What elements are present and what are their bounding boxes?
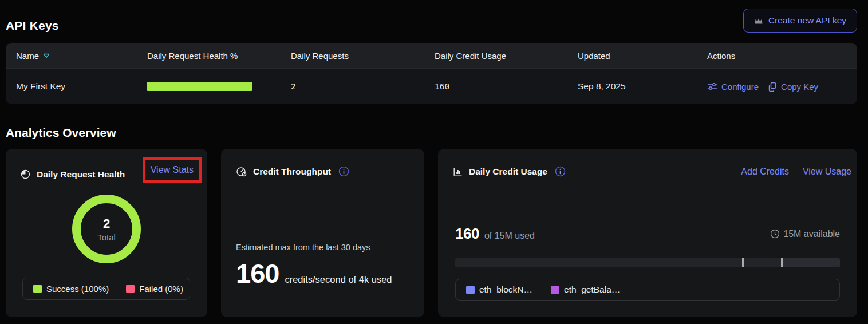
progress-segment-right xyxy=(781,258,840,267)
daily-credit-usage-card: Daily Credit Usage Add Credits View Usag… xyxy=(438,149,857,317)
daily-request-health-card: Daily Request Health View Stats 2 Total xyxy=(6,149,207,317)
actions-cell: Configure Copy Key xyxy=(707,82,857,92)
daily-credit-usage-cell: 160 xyxy=(435,82,578,91)
analytics-section-title: Analytics Overview xyxy=(6,126,857,140)
page-title: API Keys xyxy=(6,19,59,33)
drh-card-title: Daily Request Health xyxy=(37,169,125,180)
ct-card-title: Credit Throughput xyxy=(253,167,331,177)
create-api-key-button[interactable]: Create new API key xyxy=(743,9,857,33)
table-header-row: Name Daily Request Health % Daily Reques… xyxy=(6,43,857,68)
top-header: API Keys Create new API key xyxy=(6,9,857,33)
eth-getbalance-swatch xyxy=(551,286,559,294)
donut-total-label: Total xyxy=(97,232,116,242)
legend-item-eth-getbalance: eth_getBala… xyxy=(551,285,620,295)
pie-chart-icon xyxy=(21,169,30,179)
gauge-icon xyxy=(236,167,247,177)
view-usage-link[interactable]: View Usage xyxy=(803,167,851,177)
sliders-icon xyxy=(707,82,717,91)
copy-key-link[interactable]: Copy Key xyxy=(768,82,818,92)
legend-item-eth-blocknumber: eth_blockN… xyxy=(466,285,532,295)
health-legend: Success (100%) Failed (0%) xyxy=(22,278,190,300)
failed-label: Failed (0%) xyxy=(139,284,183,294)
success-label: Success (100%) xyxy=(46,284,109,294)
dcu-card-header: Daily Credit Usage Add Credits View Usag… xyxy=(453,157,851,177)
column-header-health: Daily Request Health % xyxy=(147,51,291,61)
drh-title-wrap: Daily Request Health xyxy=(21,169,125,180)
column-header-requests: Daily Requests xyxy=(291,51,435,61)
dashboard-page: API Keys Create new API key Name Daily R… xyxy=(0,9,868,317)
ct-card-header: Credit Throughput xyxy=(236,157,419,177)
legend-item-success: Success (100%) xyxy=(33,284,109,294)
credit-throughput-card: Credit Throughput Estimated max from the… xyxy=(221,149,424,317)
credit-usage-progress-bar xyxy=(455,258,840,267)
table-row: My First Key 2 160 Sep 8, 2025 Configure xyxy=(6,68,857,104)
copy-icon xyxy=(768,82,777,92)
available-label: 15M available xyxy=(783,229,840,239)
health-bar xyxy=(147,82,252,91)
column-header-updated: Updated xyxy=(578,51,707,61)
available-wrap: 15M available xyxy=(770,229,840,239)
create-api-key-label: Create new API key xyxy=(768,15,846,26)
add-credits-link[interactable]: Add Credits xyxy=(741,167,789,177)
ct-body: Estimated max from the last 30 days 160 … xyxy=(236,243,413,287)
column-header-actions: Actions xyxy=(707,51,857,61)
progress-tick xyxy=(742,258,744,267)
view-stats-link[interactable]: View Stats xyxy=(151,165,194,175)
column-header-credit-usage: Daily Credit Usage xyxy=(435,51,578,61)
usage-used: 160 of 15M used xyxy=(455,225,535,243)
eth-blocknumber-label: eth_blockN… xyxy=(479,285,532,295)
crown-icon xyxy=(754,17,763,25)
donut-center: 2 Total xyxy=(72,194,141,264)
sort-descending-icon[interactable] xyxy=(43,53,50,58)
daily-requests-cell: 2 xyxy=(291,82,435,91)
copy-key-label: Copy Key xyxy=(781,82,818,92)
info-icon[interactable] xyxy=(338,166,349,177)
key-name-cell: My First Key xyxy=(16,81,147,92)
progress-tick xyxy=(781,258,783,267)
ct-title-wrap: Credit Throughput xyxy=(236,166,349,177)
used-value: 160 xyxy=(455,225,479,243)
ct-value-row: 160 credits/second of 4k used xyxy=(236,260,413,287)
updated-cell: Sep 8, 2025 xyxy=(578,81,707,92)
api-keys-table: Name Daily Request Health % Daily Reques… xyxy=(6,43,857,104)
column-header-name[interactable]: Name xyxy=(16,51,147,61)
configure-label: Configure xyxy=(721,82,759,92)
success-swatch xyxy=(33,285,42,293)
usage-legend: eth_blockN… eth_getBala… xyxy=(455,279,840,301)
throughput-value: 160 xyxy=(236,260,279,287)
ct-subtitle: Estimated max from the last 30 days xyxy=(236,243,413,252)
dcu-title-wrap: Daily Credit Usage xyxy=(453,166,566,177)
used-suffix: of 15M used xyxy=(484,231,535,241)
configure-link[interactable]: Configure xyxy=(707,82,759,92)
throughput-suffix: credits/second of 4k used xyxy=(285,274,392,285)
drh-card-header: Daily Request Health View Stats xyxy=(21,157,202,183)
annotation-highlight-box: View Stats xyxy=(143,157,202,183)
bar-chart-icon xyxy=(453,167,463,176)
dcu-card-title: Daily Credit Usage xyxy=(469,167,547,177)
legend-item-failed: Failed (0%) xyxy=(126,284,183,294)
eth-getbalance-label: eth_getBala… xyxy=(564,285,620,295)
request-health-donut-chart: 2 Total xyxy=(6,194,207,264)
failed-swatch xyxy=(126,285,135,293)
info-icon[interactable] xyxy=(555,166,566,177)
health-bar-cell xyxy=(147,82,291,91)
usage-summary-row: 160 of 15M used 15M available xyxy=(455,225,840,243)
eth-blocknumber-swatch xyxy=(466,286,475,294)
donut-total-value: 2 xyxy=(103,216,110,231)
analytics-cards: Daily Request Health View Stats 2 Total xyxy=(6,149,857,317)
clock-icon xyxy=(770,229,780,239)
name-header-label: Name xyxy=(16,51,39,61)
dcu-links: Add Credits View Usage xyxy=(741,167,851,177)
